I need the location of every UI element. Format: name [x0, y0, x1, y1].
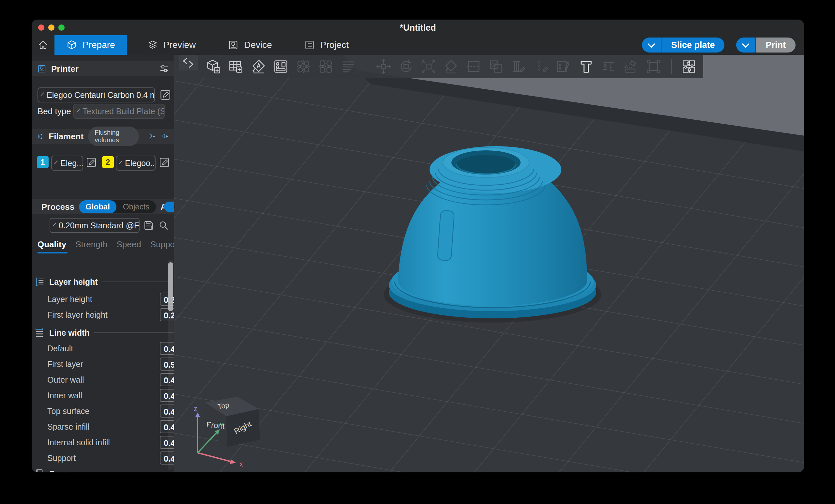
- save-floppy-icon: [143, 219, 155, 231]
- sidebar-collapse-handle[interactable]: [179, 55, 198, 70]
- seam-icon: [35, 468, 45, 472]
- setting-row: Inner wall 0.4: [32, 388, 174, 403]
- edit-printer-button[interactable]: [159, 88, 172, 101]
- line-width-icon: [35, 327, 45, 338]
- save-preset-button[interactable]: [143, 219, 155, 231]
- home-button[interactable]: [32, 35, 55, 55]
- model-tab: [437, 210, 455, 261]
- cut-icon[interactable]: [466, 59, 482, 74]
- process-mode-global[interactable]: Global: [79, 200, 117, 213]
- text-tool-icon[interactable]: [578, 59, 594, 74]
- seam-painting-icon[interactable]: [533, 59, 549, 74]
- tab-preview[interactable]: Preview: [135, 35, 208, 55]
- split-to-parts-icon[interactable]: [318, 59, 334, 74]
- chevron-down-icon: [53, 223, 57, 226]
- group-layer-height[interactable]: Layer height: [35, 275, 174, 289]
- scrollbar-thumb[interactable]: [168, 262, 173, 311]
- arrange-all-icon[interactable]: [273, 59, 289, 74]
- group-divider: [94, 332, 174, 333]
- project-list-icon: [304, 39, 315, 51]
- filament-2-select[interactable]: Elegoo...: [116, 156, 156, 170]
- process-tab-support[interactable]: Support: [150, 239, 174, 249]
- add-object-icon[interactable]: [205, 59, 221, 74]
- prepare-cube-icon: [66, 39, 77, 51]
- zoom-window-button[interactable]: [58, 24, 65, 31]
- chisel-icon[interactable]: [623, 59, 639, 74]
- app-window: *Untitled Prepare Preview Device Project…: [32, 20, 804, 472]
- auto-orient-icon[interactable]: [250, 59, 266, 74]
- mesh-boolean-icon[interactable]: [488, 59, 504, 74]
- process-section-header[interactable]: Process Global Objects Advanced: [32, 199, 174, 214]
- move-icon[interactable]: [376, 59, 391, 74]
- setting-row: Internal solid infill 0.4: [32, 435, 174, 450]
- bed-type-select[interactable]: Textured Build Plate (S...: [74, 104, 165, 119]
- flushing-volumes-button[interactable]: Flushing volumes: [88, 126, 139, 146]
- remove-filament-icon[interactable]: [148, 132, 156, 141]
- navigation-cube[interactable]: Top Front Right z x y: [178, 394, 272, 469]
- print-button[interactable]: Print: [736, 38, 796, 53]
- viewport-3d[interactable]: Top Front Right z x y: [174, 55, 804, 472]
- preview-layers-icon: [147, 39, 158, 51]
- viewport-toolbar: [199, 55, 703, 78]
- support-painting-icon[interactable]: [511, 59, 526, 74]
- filament-1-color-swatch[interactable]: 1: [37, 156, 48, 168]
- split-to-objects-icon[interactable]: [296, 59, 311, 74]
- process-tab-speed[interactable]: Speed: [117, 239, 141, 249]
- print-dropdown-arrow[interactable]: [736, 38, 756, 53]
- group-seam[interactable]: Seam: [35, 466, 174, 472]
- tab-project[interactable]: Project: [292, 35, 361, 55]
- process-mode-objects[interactable]: Objects: [117, 200, 156, 213]
- slice-dropdown-arrow[interactable]: [642, 38, 661, 53]
- document-title: *Untitled: [32, 20, 804, 36]
- model-object[interactable]: [384, 146, 602, 323]
- edit-pencil-icon: [158, 156, 170, 169]
- tab-prepare[interactable]: Prepare: [55, 35, 127, 55]
- settings-sidebar: Printer Elegoo Centauri Carbon 0.4 n... …: [32, 55, 174, 472]
- tab-label: Project: [320, 40, 349, 50]
- setting-row: Outer wall 0.4: [32, 372, 174, 387]
- process-preset-select[interactable]: 0.20mm Standard @E...: [49, 218, 140, 233]
- color-painting-icon[interactable]: [556, 59, 571, 74]
- title-bar: *Untitled: [32, 20, 804, 35]
- measure-icon[interactable]: [601, 59, 616, 74]
- window-controls: [38, 24, 65, 31]
- printer-preset-select[interactable]: Elegoo Centauri Carbon 0.4 n...: [38, 87, 155, 102]
- printer-settings-sliders-icon[interactable]: [159, 64, 169, 74]
- close-window-button[interactable]: [38, 24, 44, 31]
- add-filament-icon[interactable]: [161, 132, 169, 141]
- print-label: Print: [756, 38, 796, 53]
- group-line-width[interactable]: Line width: [35, 326, 174, 340]
- printer-section-title: Printer: [51, 64, 79, 74]
- advanced-toggle[interactable]: [164, 202, 174, 212]
- search-preset-button[interactable]: [158, 219, 170, 231]
- edit-pencil-icon: [159, 88, 172, 101]
- add-plate-icon[interactable]: [228, 59, 244, 74]
- group-divider: [102, 282, 174, 282]
- filament-section-header[interactable]: Filament Flushing volumes: [32, 129, 174, 144]
- printer-section-header[interactable]: Printer: [32, 61, 174, 76]
- frame-select-icon[interactable]: [646, 59, 661, 74]
- filament-2-color-swatch[interactable]: 2: [102, 156, 114, 168]
- assembly-view-icon[interactable]: [681, 59, 697, 74]
- filament-1-select[interactable]: Eleg...: [51, 156, 83, 170]
- edit-pencil-icon: [85, 156, 98, 169]
- setting-row: Support 0.4: [32, 451, 174, 466]
- edit-filament-1-button[interactable]: [85, 156, 98, 169]
- variable-layer-height-icon[interactable]: [341, 59, 356, 74]
- filament-section-title: Filament: [48, 132, 83, 142]
- edit-filament-2-button[interactable]: [158, 156, 170, 169]
- setting-row: Top surface 0.4: [32, 404, 174, 419]
- filament-2-value: Elegoo...: [125, 159, 156, 168]
- settings-scrollbar[interactable]: [168, 260, 174, 470]
- scale-icon[interactable]: [421, 59, 436, 74]
- chevron-down-icon: [55, 161, 58, 164]
- place-on-face-icon[interactable]: [443, 59, 459, 74]
- slice-plate-button[interactable]: Slice plate: [642, 38, 725, 53]
- process-tab-strength[interactable]: Strength: [75, 239, 107, 249]
- slice-plate-label: Slice plate: [661, 38, 725, 53]
- minimize-window-button[interactable]: [48, 24, 55, 31]
- rotate-icon[interactable]: [398, 59, 414, 74]
- process-mode-switch: Global Objects: [79, 200, 156, 213]
- process-tab-quality[interactable]: Quality: [38, 239, 66, 249]
- tab-device[interactable]: Device: [216, 35, 284, 55]
